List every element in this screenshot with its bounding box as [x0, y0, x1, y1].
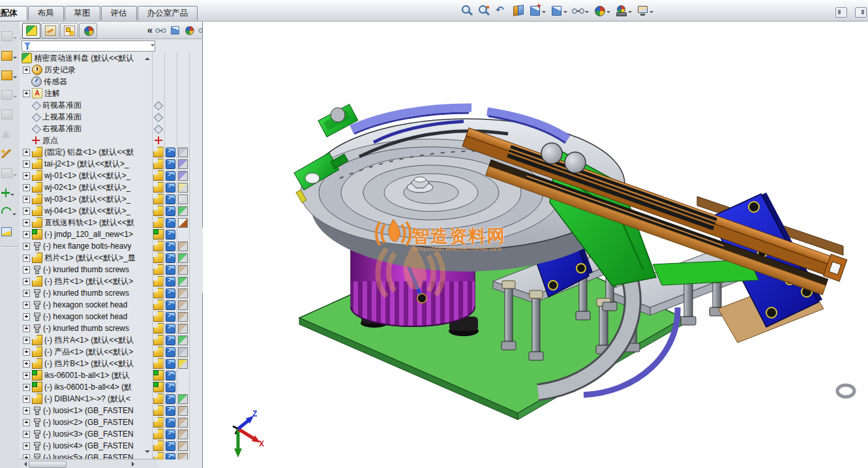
tree-item[interactable]: (-) luosi<1> (GB_FASTEN — [20, 405, 143, 416]
model-3d-view[interactable] — [203, 22, 868, 468]
hide-show-cell[interactable] — [152, 358, 164, 369]
hide-show-cell[interactable] — [152, 417, 164, 428]
expand-toggle[interactable] — [23, 278, 30, 285]
appearance-cell[interactable] — [177, 418, 189, 428]
expand-toggle[interactable] — [23, 184, 30, 191]
expand-toggle[interactable] — [23, 419, 30, 426]
display-style-button[interactable] — [549, 3, 568, 18]
hide-show-cell[interactable] — [152, 217, 164, 228]
tree-item[interactable]: 上视基准面 — [20, 111, 143, 123]
expand-toggle[interactable] — [23, 231, 30, 238]
tree-item[interactable]: (-) hex flange bolts-heavy — [20, 240, 143, 252]
appearance-cell[interactable] — [177, 359, 189, 369]
display-mode-cell[interactable] — [164, 441, 177, 451]
dropdown-arrow-icon[interactable] — [650, 11, 653, 15]
hide-show-cell[interactable] — [152, 323, 164, 334]
display-mode-cell[interactable] — [164, 359, 177, 369]
tree-item[interactable]: (-) luosi<2> (GB_FASTEN — [20, 416, 143, 428]
dropdown-arrow-icon[interactable] — [542, 11, 546, 15]
appearance-column-icon[interactable] — [184, 25, 195, 36]
dropdown-arrow-icon[interactable] — [12, 213, 16, 217]
display-mode-cell[interactable] — [164, 418, 177, 428]
display-mode-cell[interactable] — [164, 300, 177, 310]
appearance-cell[interactable] — [177, 148, 189, 157]
tree-item[interactable]: (-) knurled thumb screws — [20, 322, 143, 334]
tree-item[interactable]: 精密震动送料盘 (默认<<默认 — [20, 52, 143, 64]
expand-toggle[interactable] — [23, 90, 30, 97]
hide-show-cell[interactable] — [152, 136, 164, 145]
tree-item[interactable]: (-) luosi<4> (GB_FASTEN — [20, 440, 143, 452]
tree-item[interactable]: tai-j2<1> (默认<<默认>_ — [20, 158, 143, 170]
hide-show-cell[interactable] — [152, 264, 164, 275]
appearance-cell[interactable] — [177, 453, 189, 460]
scroll-thumb[interactable] — [29, 461, 67, 468]
show-hidden-components-button[interactable] — [1, 146, 18, 161]
tree-item[interactable]: (-) 产品<1> (默认<<默认> — [20, 346, 143, 358]
display-mode-cell[interactable] — [164, 289, 177, 298]
display-mode-cell[interactable] — [164, 159, 177, 169]
right-pane-toggle-icon[interactable] — [855, 7, 867, 18]
hide-show-cell[interactable] — [152, 170, 164, 181]
display-mode-cell[interactable] — [164, 394, 177, 404]
hide-show-cell[interactable] — [152, 159, 164, 169]
expand-toggle[interactable] — [23, 290, 30, 297]
appearance-cell[interactable] — [177, 242, 189, 251]
hide-show-cell[interactable] — [152, 347, 164, 357]
display-mode-cell[interactable] — [164, 312, 177, 322]
tree-item[interactable]: (固定) 铝盘<1> (默认<<默 — [20, 146, 143, 158]
hide-show-items-button[interactable] — [571, 3, 590, 18]
tree-scroll-up-icon[interactable] — [145, 55, 150, 60]
display-mode-cell[interactable] — [164, 148, 177, 157]
dropdown-arrow-icon[interactable] — [606, 11, 610, 15]
hide-show-cell[interactable] — [152, 147, 164, 157]
expand-toggle[interactable] — [23, 372, 30, 379]
display-mode-cell[interactable] — [164, 347, 177, 357]
appearance-cell[interactable] — [177, 335, 189, 345]
propertymanager-tab[interactable] — [41, 23, 59, 39]
expand-toggle[interactable] — [23, 443, 30, 450]
appearance-cell[interactable] — [177, 394, 189, 404]
hide-show-cell[interactable] — [152, 194, 164, 204]
tree-item[interactable]: iks-06001-b-all<1> (默认 — [20, 369, 143, 381]
appearance-cell[interactable] — [177, 429, 189, 439]
appearance-cell[interactable] — [177, 312, 189, 322]
new-motion-study-button[interactable] — [1, 204, 18, 220]
tree-item[interactable]: (-) knurled thumb screws — [20, 264, 143, 275]
expand-toggle[interactable] — [23, 396, 30, 403]
tab-sketch[interactable]: 草图 — [65, 6, 100, 20]
appearance-cell[interactable] — [177, 300, 189, 310]
tab-assembly[interactable]: 装配体 — [0, 6, 27, 20]
expand-toggle[interactable] — [23, 407, 30, 414]
reference-geometry-button[interactable] — [1, 185, 18, 200]
graphics-area[interactable]: 智造资料网 INTELLIGENT MANUFACTURING DATA X Z — [203, 22, 868, 468]
expand-toggle[interactable] — [23, 266, 30, 273]
tree-item[interactable]: wj-02<1> (默认<<默认>_ — [20, 181, 143, 193]
displaymanager-tab[interactable] — [79, 23, 97, 39]
edit-appearance-button[interactable] — [592, 3, 611, 18]
display-mode-cell[interactable] — [164, 183, 177, 193]
expand-toggle[interactable] — [23, 149, 30, 156]
expand-toggle[interactable] — [23, 313, 30, 320]
display-mode-cell[interactable] — [164, 382, 177, 392]
dropdown-arrow-icon[interactable] — [13, 37, 17, 41]
tree-item[interactable]: (-) luosi<3> (GB_FASTEN — [20, 428, 143, 440]
hide-show-cell[interactable] — [152, 311, 164, 322]
hide-show-cell[interactable] — [152, 241, 164, 251]
hide-show-cell[interactable] — [152, 229, 164, 240]
display-mode-column-icon[interactable] — [170, 25, 181, 36]
hide-show-cell[interactable] — [152, 370, 164, 381]
tree-item[interactable]: 原点 — [20, 134, 143, 146]
expand-toggle[interactable] — [23, 172, 30, 179]
expand-toggle[interactable] — [23, 302, 30, 309]
display-mode-cell[interactable] — [164, 218, 177, 228]
dropdown-arrow-icon[interactable] — [585, 11, 589, 15]
dropdown-arrow-icon[interactable] — [13, 57, 17, 61]
insert-components-button[interactable] — [1, 48, 18, 63]
hide-show-cell[interactable] — [152, 300, 164, 310]
filter-dropdown-icon[interactable] — [151, 44, 155, 48]
featuremanager-tab[interactable] — [22, 23, 40, 39]
appearance-cell[interactable] — [177, 406, 189, 416]
tab-layout[interactable]: 布局 — [28, 6, 64, 20]
dropdown-arrow-icon[interactable] — [13, 76, 17, 80]
exploded-view-button[interactable] — [1, 224, 18, 240]
